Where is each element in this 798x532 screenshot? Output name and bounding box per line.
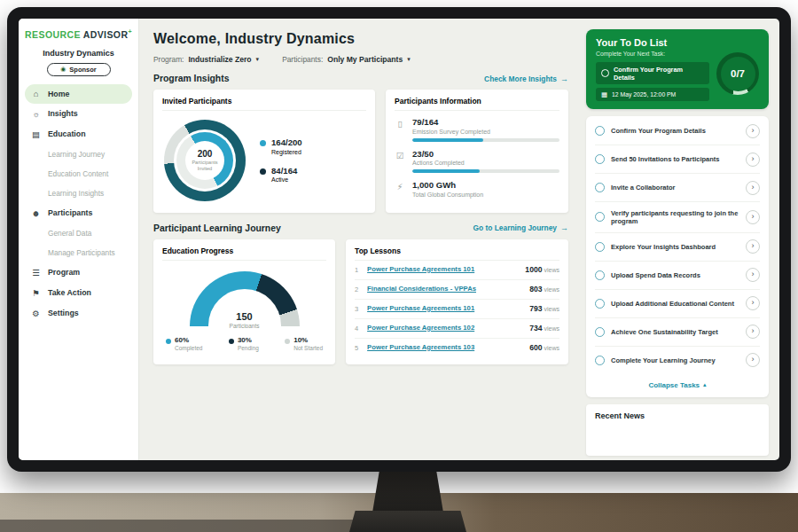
legend-item-pending: 30% Pending bbox=[229, 337, 259, 352]
task-row-upload-educational-content[interactable]: Upload Additional Educational Content › bbox=[595, 290, 760, 318]
task-row-explore-insights[interactable]: Explore Your Insights Dashboard › bbox=[595, 233, 760, 262]
checkbox-icon[interactable] bbox=[595, 299, 605, 309]
sidebar-item-education-content[interactable]: Education Content bbox=[19, 164, 138, 184]
recent-news-card: Recent News bbox=[586, 404, 769, 456]
views-label: views bbox=[544, 286, 559, 293]
filters-row: Program: Industrialize Zero ▾ Participan… bbox=[153, 55, 568, 64]
program-icon: ☰ bbox=[31, 268, 41, 278]
todo-next-task-label: Confirm Your Program Details bbox=[614, 66, 704, 82]
survey-icon: ▯ bbox=[395, 119, 405, 142]
sidebar-nav: ⌂ Home ☼ Insights ▤ Education Learning J… bbox=[19, 84, 138, 324]
education-progress-card: Education Progress 150 Participants bbox=[153, 239, 335, 364]
collapse-tasks-button[interactable]: Collapse Tasks ▴ bbox=[595, 374, 760, 396]
stat-global-consumption: ⚡ 1,000 GWh Total Global Consumption bbox=[395, 181, 559, 198]
monitor-stand-base bbox=[349, 511, 466, 532]
lesson-row: 1 Power Purchase Agreements 101 1000view… bbox=[355, 261, 559, 279]
checkbox-icon[interactable] bbox=[595, 154, 605, 164]
card-title: Top Lessons bbox=[355, 246, 559, 261]
sidebar-item-education[interactable]: ▤ Education bbox=[19, 124, 138, 145]
checkbox-icon[interactable] bbox=[595, 327, 605, 337]
go-to-learning-journey-link[interactable]: Go to Learning Journey → bbox=[473, 223, 568, 232]
chevron-glyph: › bbox=[752, 127, 755, 135]
task-row-complete-learning-journey[interactable]: Complete Your Learning Journey › bbox=[595, 347, 760, 374]
chevron-right-icon[interactable]: › bbox=[746, 153, 760, 167]
legend-value: 10% bbox=[293, 337, 323, 345]
program-value: Industrialize Zero bbox=[188, 55, 251, 64]
lesson-rank: 3 bbox=[355, 305, 361, 313]
program-dropdown[interactable]: Program: Industrialize Zero ▾ bbox=[153, 55, 259, 64]
chevron-right-icon[interactable]: › bbox=[746, 181, 760, 195]
chevron-right-icon[interactable]: › bbox=[746, 268, 760, 282]
sidebar-item-take-action[interactable]: ⚑ Take Action bbox=[19, 283, 138, 303]
check-more-insights-link[interactable]: Check More Insights → bbox=[484, 74, 568, 83]
sidebar-item-label: Home bbox=[48, 90, 69, 98]
sidebar-item-learning-insights[interactable]: Learning Insights bbox=[19, 184, 138, 203]
card-title: Education Progress bbox=[162, 246, 326, 261]
legend-item-active: 84/164 Active bbox=[260, 167, 302, 184]
task-row-upload-spend-data[interactable]: Upload Spend Data Records › bbox=[595, 262, 760, 290]
sidebar-item-label: Education Content bbox=[48, 169, 108, 178]
lesson-row: 2 Financial Considerations - VPPAs 803vi… bbox=[355, 279, 559, 299]
task-row-verify-participants[interactable]: Verify participants requesting to join t… bbox=[595, 202, 760, 233]
checkbox-icon[interactable] bbox=[595, 212, 605, 222]
chevron-right-icon[interactable]: › bbox=[746, 353, 760, 367]
checkbox-icon[interactable] bbox=[595, 183, 605, 192]
stats-list: ▯ 79/164 Emission Survey Completed bbox=[395, 111, 559, 198]
lesson-row: 4 Power Purchase Agreements 102 734views bbox=[355, 318, 559, 338]
stat-actions-completed: ☑ 23/50 Actions Completed bbox=[395, 150, 559, 174]
sidebar-item-settings[interactable]: ⚙ Settings bbox=[19, 303, 138, 324]
chevron-right-icon[interactable]: › bbox=[746, 325, 760, 339]
checkbox-icon[interactable] bbox=[595, 356, 605, 365]
calendar-icon: ▦ bbox=[601, 90, 607, 98]
chevron-right-icon[interactable]: › bbox=[746, 210, 760, 224]
chevron-right-icon[interactable]: › bbox=[746, 296, 760, 310]
task-row-confirm-program[interactable]: Confirm Your Program Details › bbox=[595, 117, 760, 145]
education-icon: ▤ bbox=[31, 129, 41, 139]
lesson-views: 803 bbox=[529, 285, 542, 293]
sidebar-item-learning-journey[interactable]: Learning Journey bbox=[19, 145, 138, 164]
arrow-right-icon: → bbox=[560, 223, 568, 232]
sidebar-item-label: Learning Journey bbox=[48, 150, 105, 159]
views-label: views bbox=[544, 325, 559, 332]
progress-bar bbox=[412, 169, 559, 173]
todo-next-task[interactable]: Confirm Your Program Details bbox=[596, 62, 709, 84]
lesson-link[interactable]: Power Purchase Agreements 103 bbox=[367, 344, 523, 352]
task-row-send-invitations[interactable]: Send 50 Invitations to Participants › bbox=[595, 145, 760, 174]
lesson-link[interactable]: Power Purchase Agreements 101 bbox=[367, 305, 523, 313]
monitor-frame: RESOURCE ADVISOR+ Industry Dynamics ◉ Sp… bbox=[7, 7, 791, 472]
checkbox-icon[interactable] bbox=[595, 126, 605, 136]
chevron-right-icon[interactable]: › bbox=[746, 239, 760, 254]
lesson-link[interactable]: Power Purchase Agreements 102 bbox=[367, 325, 523, 332]
sidebar-item-label: Learning Insights bbox=[48, 189, 104, 198]
recent-news-title: Recent News bbox=[595, 411, 645, 420]
checkbox-icon[interactable] bbox=[595, 242, 605, 252]
sidebar-item-manage-participants[interactable]: Manage Participants bbox=[19, 243, 138, 262]
screen: RESOURCE ADVISOR+ Industry Dynamics ◉ Sp… bbox=[19, 19, 779, 460]
app-logo: RESOURCE ADVISOR+ bbox=[19, 28, 138, 40]
sidebar-item-general-data[interactable]: General Data bbox=[19, 223, 138, 243]
lesson-link[interactable]: Financial Considerations - VPPAs bbox=[367, 286, 523, 293]
sidebar-item-participants[interactable]: ☻ Participants bbox=[19, 203, 138, 223]
sidebar-item-insights[interactable]: ☼ Insights bbox=[19, 104, 138, 124]
scene-background: RESOURCE ADVISOR+ Industry Dynamics ◉ Sp… bbox=[0, 0, 798, 532]
participants-dropdown[interactable]: Participants: Only My Participants ▾ bbox=[282, 55, 411, 64]
lesson-row: 5 Power Purchase Agreements 103 600views bbox=[355, 338, 559, 357]
chevron-right-icon[interactable]: › bbox=[746, 124, 760, 138]
chevron-glyph: › bbox=[752, 270, 755, 278]
sidebar-item-home[interactable]: ⌂ Home bbox=[25, 84, 132, 104]
monitor-stand-neck bbox=[372, 470, 443, 512]
main-content: Welcome, Industry Dynamics Program: Indu… bbox=[139, 19, 579, 460]
stat-label: Emission Survey Completed bbox=[412, 129, 559, 135]
checkbox-icon[interactable] bbox=[601, 69, 609, 77]
task-row-achieve-sustainability-target[interactable]: Achieve One Sustainability Target › bbox=[595, 318, 760, 347]
legend-label: Pending bbox=[238, 345, 259, 351]
checkbox-icon[interactable] bbox=[595, 270, 605, 280]
consumption-icon: ⚡ bbox=[395, 182, 405, 198]
task-row-invite-collaborator[interactable]: Invite a Collaborator › bbox=[595, 174, 760, 202]
donut-center-label: Participants Invited bbox=[185, 160, 224, 171]
stat-value: 1,000 GWh bbox=[412, 181, 559, 191]
sidebar-item-program[interactable]: ☰ Program bbox=[19, 262, 138, 283]
lesson-rank: 1 bbox=[355, 266, 361, 274]
lesson-link[interactable]: Power Purchase Agreements 101 bbox=[367, 266, 519, 274]
legend-value: 84/164 bbox=[271, 167, 297, 176]
